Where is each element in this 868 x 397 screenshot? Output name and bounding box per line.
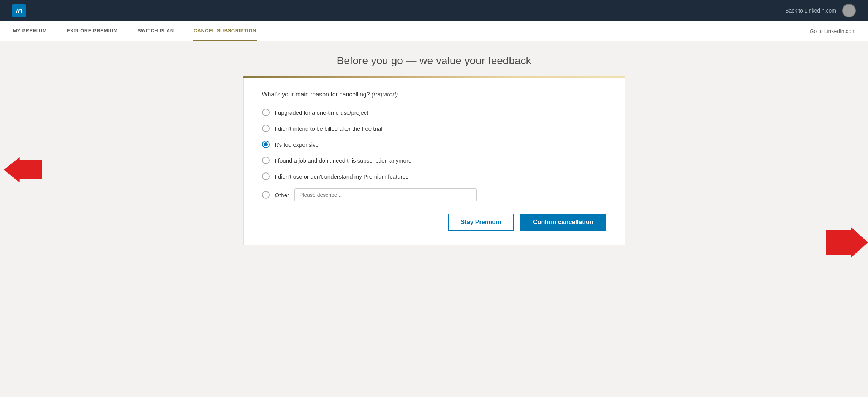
button-row: Stay Premium Confirm cancellation	[262, 214, 606, 231]
go-to-linkedin-link[interactable]: Go to LinkedIn.com	[810, 28, 856, 34]
radio-input-1[interactable]	[262, 109, 270, 116]
card-wrapper: What's your main reason for cancelling? …	[243, 76, 625, 245]
radio-options: I upgraded for a one-time use/project I …	[262, 109, 606, 201]
radio-option-5[interactable]: I didn't use or don't understand my Prem…	[262, 172, 606, 180]
radio-label-1: I upgraded for a one-time use/project	[275, 109, 368, 116]
radio-option-4[interactable]: I found a job and don't need this subscr…	[262, 157, 606, 164]
radio-option-2[interactable]: I didn't intend to be billed after the f…	[262, 125, 606, 132]
radio-input-other[interactable]	[262, 191, 270, 199]
radio-label-2: I didn't intend to be billed after the f…	[275, 125, 383, 132]
stay-premium-button[interactable]: Stay Premium	[448, 214, 514, 231]
nav-switch-plan[interactable]: SWITCH PLAN	[137, 21, 175, 41]
left-arrow-icon	[4, 155, 42, 185]
linkedin-logo: in	[12, 4, 26, 17]
svg-marker-0	[4, 157, 42, 182]
nav-bar: MY PREMIUM EXPLORE PREMIUM SWITCH PLAN C…	[0, 21, 868, 41]
back-to-linkedin-link[interactable]: Back to LinkedIn.com	[785, 8, 836, 14]
radio-input-4[interactable]	[262, 157, 270, 164]
confirm-cancellation-button[interactable]: Confirm cancellation	[520, 214, 606, 231]
radio-label-4: I found a job and don't need this subscr…	[275, 157, 412, 164]
question-label: What's your main reason for cancelling? …	[262, 91, 606, 98]
other-label: Other	[275, 192, 289, 198]
nav-links: MY PREMIUM EXPLORE PREMIUM SWITCH PLAN C…	[12, 21, 257, 41]
radio-label-5: I didn't use or don't understand my Prem…	[275, 173, 409, 180]
top-bar-right: Back to LinkedIn.com	[785, 4, 856, 17]
page-title: Before you go — we value your feedback	[0, 55, 868, 67]
page-wrapper: What's your main reason for cancelling? …	[0, 76, 868, 263]
right-arrow-icon	[826, 225, 868, 259]
nav-explore-premium[interactable]: EXPLORE PREMIUM	[66, 21, 119, 41]
radio-input-2[interactable]	[262, 125, 270, 132]
nav-my-premium[interactable]: MY PREMIUM	[12, 21, 47, 41]
radio-label-3: It's too expensive	[275, 141, 319, 148]
main-content: What's your main reason for cancelling? …	[225, 76, 643, 263]
radio-option-1[interactable]: I upgraded for a one-time use/project	[262, 109, 606, 116]
nav-cancel-subscription[interactable]: CANCEL SUBSCRIPTION	[193, 21, 257, 41]
other-text-input[interactable]	[294, 188, 477, 201]
radio-option-3[interactable]: It's too expensive	[262, 141, 606, 148]
page-title-section: Before you go — we value your feedback	[0, 41, 868, 76]
form-card: What's your main reason for cancelling? …	[243, 78, 625, 245]
radio-input-5[interactable]	[262, 172, 270, 180]
other-row: Other	[262, 188, 606, 201]
avatar[interactable]	[842, 4, 856, 17]
svg-marker-1	[826, 227, 868, 258]
radio-input-3[interactable]	[262, 141, 270, 148]
top-bar: in Back to LinkedIn.com	[0, 0, 868, 21]
